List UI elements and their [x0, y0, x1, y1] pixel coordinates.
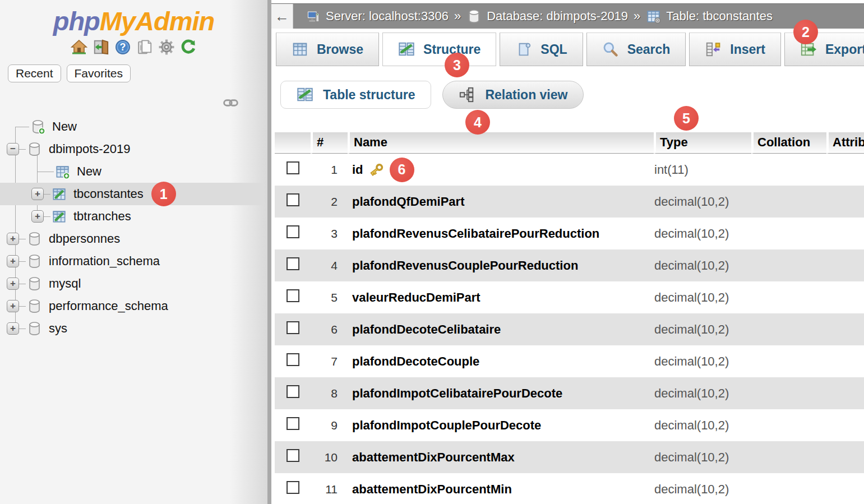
tree-item-new[interactable]: New	[0, 160, 264, 183]
expander-plus-icon[interactable]: +	[7, 300, 19, 312]
tree-item-new[interactable]: New	[0, 115, 264, 138]
tree-item-tbtranches[interactable]: +tbtranches	[0, 205, 264, 228]
row-number: 4	[311, 249, 348, 281]
tab-structure[interactable]: Structure	[382, 33, 496, 66]
gear-icon[interactable]	[158, 39, 175, 56]
column-attributes	[826, 473, 864, 504]
table-body: 1id6int(11)2plafondQfDemiPartdecimal(10,…	[275, 154, 864, 504]
tab-browse[interactable]: Browse	[276, 33, 379, 66]
expander-plus-icon[interactable]: +	[7, 278, 19, 290]
row-checkbox[interactable]	[287, 417, 299, 430]
column-name[interactable]: abattementDixPourcentMin	[352, 482, 512, 497]
expander-plus-icon[interactable]: +	[7, 233, 19, 245]
exit-icon[interactable]	[93, 39, 109, 56]
expander-plus-icon[interactable]: +	[31, 210, 44, 223]
subtab-relation-view[interactable]: Relation view	[442, 81, 584, 109]
key-icon	[368, 161, 385, 178]
table-row: 5valeurReducDemiPartdecimal(10,2)	[275, 281, 864, 313]
column-name[interactable]: plafondImpotCelibatairePourDecote	[352, 386, 562, 401]
column-type: decimal(10,2)	[654, 377, 751, 409]
row-checkbox[interactable]	[287, 193, 299, 206]
breadcrumb-item-1[interactable]: Database: dbimpots-2019	[466, 9, 628, 24]
sidebar-button-recent[interactable]: Recent	[8, 64, 61, 82]
column-header-checkbox	[275, 132, 311, 154]
column-attributes	[826, 218, 864, 249]
database-icon	[27, 232, 42, 247]
table-row: 7plafondDecoteCoupledecimal(10,2)	[275, 345, 864, 377]
tree-item-performance-schema[interactable]: +performance_schema	[0, 295, 264, 317]
tree-item-dbpersonnes[interactable]: +dbpersonnes	[0, 228, 264, 250]
column-name[interactable]: id	[352, 163, 363, 177]
tab-search[interactable]: Search	[586, 33, 686, 66]
breadcrumb-item-0[interactable]: Server: localhost:3306	[306, 9, 449, 24]
column-header-collation: Collation	[751, 132, 826, 154]
row-number: 9	[311, 409, 348, 441]
tree-connector	[19, 149, 26, 150]
step-marker-5: 5	[674, 106, 699, 131]
row-checkbox[interactable]	[287, 481, 299, 494]
column-name[interactable]: plafondQfDemiPart	[352, 195, 464, 209]
tree-item-dbimpots-2019[interactable]: −dbimpots-2019	[0, 138, 264, 160]
column-name[interactable]: plafondDecoteCouple	[352, 354, 479, 369]
tree-item-mysql[interactable]: +mysql	[0, 272, 264, 295]
home-icon[interactable]	[71, 39, 87, 56]
column-collation	[751, 154, 826, 186]
row-checkbox[interactable]	[287, 257, 299, 270]
breadcrumb-text: Database: dbimpots-2019	[487, 9, 628, 24]
row-number: 6	[311, 313, 348, 345]
column-type: decimal(10,2)	[654, 473, 751, 504]
column-collation	[751, 313, 826, 345]
column-header-name: Name	[348, 132, 654, 154]
phpmyadmin-logo[interactable]: phpMyAdmin	[0, 6, 267, 36]
row-checkbox[interactable]	[287, 225, 299, 238]
table-row: 11abattementDixPourcentMindecimal(10,2)	[275, 473, 864, 504]
column-attributes	[826, 249, 864, 281]
tree-item-information-schema[interactable]: +information_schema	[0, 250, 264, 272]
tree-connector	[44, 216, 50, 217]
breadcrumb-item-2[interactable]: Table: tbconstantes	[646, 9, 773, 24]
expander-plus-icon[interactable]: +	[7, 322, 19, 335]
column-type: decimal(10,2)	[654, 313, 751, 345]
row-checkbox[interactable]	[287, 353, 299, 366]
navigation-sidebar: phpMyAdmin RecentFavorites New−dbimpots-…	[0, 0, 267, 504]
table-check-icon	[52, 187, 67, 202]
link-icon[interactable]	[223, 95, 238, 110]
expander-plus-icon[interactable]: +	[7, 255, 19, 267]
table-check-icon	[52, 209, 67, 224]
sidebar-button-favorites[interactable]: Favorites	[67, 64, 131, 82]
column-name[interactable]: plafondRevenusCelibatairePourReduction	[352, 226, 599, 241]
column-name[interactable]: abattementDixPourcentMax	[352, 450, 515, 465]
database-icon	[27, 142, 42, 157]
expander-plus-icon[interactable]: +	[31, 188, 44, 200]
refresh-icon[interactable]	[180, 39, 197, 56]
tree-item-tbconstantes[interactable]: +tbconstantes1	[0, 183, 264, 205]
back-arrow-button[interactable]: ←	[271, 4, 293, 29]
breadcrumb-separator: »	[454, 9, 461, 24]
help-icon[interactable]	[114, 39, 131, 56]
subtab-table-structure[interactable]: Table structure	[280, 81, 431, 109]
row-checkbox[interactable]	[287, 161, 299, 174]
column-name[interactable]: valeurReducDemiPart	[352, 290, 480, 305]
column-name-cell: plafondImpotCouplePourDecote	[352, 418, 653, 433]
tab-sql[interactable]: SQL	[500, 33, 583, 66]
column-name[interactable]: plafondDecoteCelibataire	[352, 322, 501, 337]
table-row: 4plafondRevenusCouplePourReductiondecima…	[275, 249, 864, 281]
expander-minus-icon[interactable]: −	[7, 143, 19, 155]
row-checkbox[interactable]	[287, 449, 299, 462]
docs-icon[interactable]	[136, 39, 153, 56]
column-type: decimal(10,2)	[654, 345, 751, 377]
tree-item-label: tbtranches	[73, 209, 131, 224]
subtab-bar: Table structureRelation view	[280, 81, 864, 109]
tree-item-label: mysql	[49, 276, 81, 291]
row-checkbox[interactable]	[287, 289, 299, 302]
column-name[interactable]: plafondRevenusCouplePourReduction	[352, 258, 578, 273]
column-attributes	[826, 377, 864, 409]
row-checkbox[interactable]	[287, 385, 299, 398]
row-checkbox[interactable]	[287, 321, 299, 334]
column-name[interactable]: plafondImpotCouplePourDecote	[352, 418, 541, 433]
breadcrumb-text: Table: tbconstantes	[666, 9, 773, 24]
tree-item-sys[interactable]: +sys	[0, 317, 264, 340]
panel-divider[interactable]	[267, 0, 271, 504]
tree-connector	[19, 239, 26, 239]
tab-insert[interactable]: Insert	[689, 33, 781, 66]
